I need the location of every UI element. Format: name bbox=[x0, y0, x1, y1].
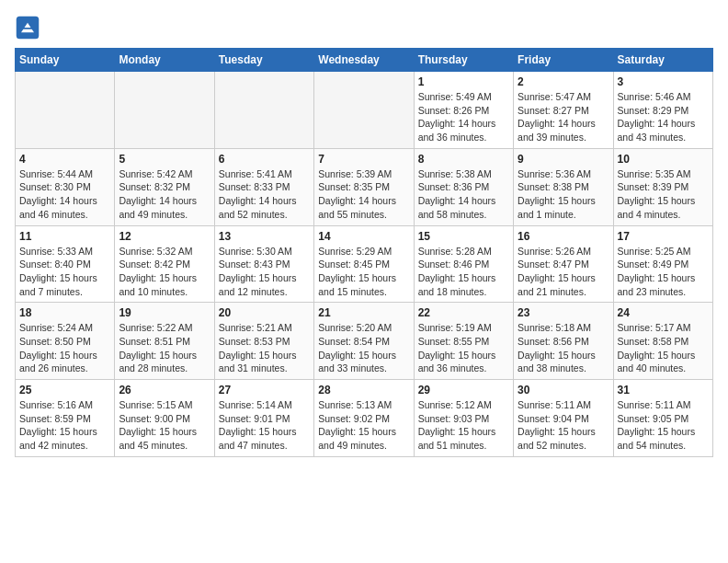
calendar-cell: 20Sunrise: 5:21 AMSunset: 8:53 PMDayligh… bbox=[214, 303, 313, 380]
calendar-cell: 13Sunrise: 5:30 AMSunset: 8:43 PMDayligh… bbox=[214, 225, 313, 303]
calendar-header-row: SundayMondayTuesdayWednesdayThursdayFrid… bbox=[16, 49, 713, 72]
day-info: Sunrise: 5:41 AMSunset: 8:33 PMDaylight:… bbox=[219, 167, 310, 222]
day-number: 16 bbox=[518, 230, 609, 243]
day-number: 11 bbox=[19, 230, 110, 243]
calendar-cell: 31Sunrise: 5:11 AMSunset: 9:05 PMDayligh… bbox=[613, 380, 712, 457]
day-info: Sunrise: 5:36 AMSunset: 8:38 PMDaylight:… bbox=[518, 167, 609, 222]
calendar-cell: 21Sunrise: 5:20 AMSunset: 8:54 PMDayligh… bbox=[314, 303, 414, 380]
calendar-cell: 27Sunrise: 5:14 AMSunset: 9:01 PMDayligh… bbox=[214, 380, 313, 457]
day-info: Sunrise: 5:17 AMSunset: 8:58 PMDaylight:… bbox=[618, 321, 709, 375]
day-number: 25 bbox=[19, 384, 110, 396]
day-info: Sunrise: 5:32 AMSunset: 8:42 PMDaylight:… bbox=[119, 245, 210, 299]
calendar-cell bbox=[16, 72, 115, 149]
calendar-cell: 4Sunrise: 5:44 AMSunset: 8:30 PMDaylight… bbox=[16, 148, 115, 225]
day-info: Sunrise: 5:28 AMSunset: 8:46 PMDaylight:… bbox=[418, 245, 509, 299]
day-number: 12 bbox=[119, 230, 210, 243]
day-info: Sunrise: 5:33 AMSunset: 8:40 PMDaylight:… bbox=[19, 245, 110, 299]
calendar-cell: 19Sunrise: 5:22 AMSunset: 8:51 PMDayligh… bbox=[115, 303, 214, 380]
day-info: Sunrise: 5:29 AMSunset: 8:45 PMDaylight:… bbox=[318, 245, 409, 299]
calendar-cell: 25Sunrise: 5:16 AMSunset: 8:59 PMDayligh… bbox=[16, 380, 115, 457]
day-info: Sunrise: 5:35 AMSunset: 8:39 PMDaylight:… bbox=[618, 167, 709, 222]
day-info: Sunrise: 5:44 AMSunset: 8:30 PMDaylight:… bbox=[19, 167, 110, 222]
day-info: Sunrise: 5:11 AMSunset: 9:04 PMDaylight:… bbox=[518, 398, 609, 453]
day-number: 7 bbox=[318, 153, 409, 166]
day-info: Sunrise: 5:39 AMSunset: 8:35 PMDaylight:… bbox=[318, 167, 409, 222]
day-info: Sunrise: 5:42 AMSunset: 8:32 PMDaylight:… bbox=[119, 167, 210, 222]
calendar-week-2: 4Sunrise: 5:44 AMSunset: 8:30 PMDaylight… bbox=[16, 148, 713, 225]
day-number: 10 bbox=[618, 153, 709, 166]
day-info: Sunrise: 5:18 AMSunset: 8:56 PMDaylight:… bbox=[518, 321, 609, 375]
calendar-cell: 2Sunrise: 5:47 AMSunset: 8:27 PMDaylight… bbox=[514, 72, 613, 149]
calendar-week-3: 11Sunrise: 5:33 AMSunset: 8:40 PMDayligh… bbox=[16, 225, 713, 303]
calendar-cell: 17Sunrise: 5:25 AMSunset: 8:49 PMDayligh… bbox=[613, 225, 712, 303]
day-info: Sunrise: 5:11 AMSunset: 9:05 PMDaylight:… bbox=[618, 398, 709, 453]
calendar-cell: 5Sunrise: 5:42 AMSunset: 8:32 PMDaylight… bbox=[115, 148, 214, 225]
day-number: 26 bbox=[119, 384, 210, 396]
day-info: Sunrise: 5:38 AMSunset: 8:36 PMDaylight:… bbox=[418, 167, 509, 222]
svg-rect-2 bbox=[23, 28, 33, 29]
day-number: 9 bbox=[518, 153, 609, 166]
day-number: 29 bbox=[418, 384, 509, 396]
day-number: 2 bbox=[518, 75, 609, 88]
day-info: Sunrise: 5:20 AMSunset: 8:54 PMDaylight:… bbox=[318, 321, 409, 375]
calendar-cell bbox=[314, 72, 414, 149]
day-header-saturday: Saturday bbox=[613, 49, 712, 72]
day-header-sunday: Sunday bbox=[16, 49, 115, 72]
calendar-cell: 12Sunrise: 5:32 AMSunset: 8:42 PMDayligh… bbox=[115, 225, 214, 303]
day-info: Sunrise: 5:14 AMSunset: 9:01 PMDaylight:… bbox=[219, 398, 310, 453]
day-number: 3 bbox=[618, 75, 709, 88]
calendar-cell: 30Sunrise: 5:11 AMSunset: 9:04 PMDayligh… bbox=[514, 380, 613, 457]
day-number: 17 bbox=[618, 230, 709, 243]
calendar-table: SundayMondayTuesdayWednesdayThursdayFrid… bbox=[15, 48, 713, 457]
calendar-cell: 11Sunrise: 5:33 AMSunset: 8:40 PMDayligh… bbox=[16, 225, 115, 303]
day-number: 1 bbox=[418, 75, 509, 88]
calendar-cell: 1Sunrise: 5:49 AMSunset: 8:26 PMDaylight… bbox=[414, 72, 513, 149]
calendar-cell: 24Sunrise: 5:17 AMSunset: 8:58 PMDayligh… bbox=[613, 303, 712, 380]
day-number: 28 bbox=[318, 384, 409, 396]
calendar-body: 1Sunrise: 5:49 AMSunset: 8:26 PMDaylight… bbox=[16, 72, 713, 457]
calendar-week-1: 1Sunrise: 5:49 AMSunset: 8:26 PMDaylight… bbox=[16, 72, 713, 149]
day-number: 6 bbox=[219, 153, 310, 166]
day-info: Sunrise: 5:25 AMSunset: 8:49 PMDaylight:… bbox=[618, 245, 709, 299]
calendar-cell: 16Sunrise: 5:26 AMSunset: 8:47 PMDayligh… bbox=[514, 225, 613, 303]
day-info: Sunrise: 5:24 AMSunset: 8:50 PMDaylight:… bbox=[19, 321, 110, 375]
day-number: 27 bbox=[219, 384, 310, 396]
day-info: Sunrise: 5:21 AMSunset: 8:53 PMDaylight:… bbox=[219, 321, 310, 375]
day-number: 13 bbox=[219, 230, 310, 243]
calendar-cell: 3Sunrise: 5:46 AMSunset: 8:29 PMDaylight… bbox=[613, 72, 712, 149]
day-number: 21 bbox=[318, 306, 409, 319]
calendar-cell: 8Sunrise: 5:38 AMSunset: 8:36 PMDaylight… bbox=[414, 148, 513, 225]
calendar-week-4: 18Sunrise: 5:24 AMSunset: 8:50 PMDayligh… bbox=[16, 303, 713, 380]
day-header-thursday: Thursday bbox=[414, 49, 513, 72]
logo bbox=[15, 15, 44, 40]
day-number: 18 bbox=[19, 306, 110, 319]
day-info: Sunrise: 5:15 AMSunset: 9:00 PMDaylight:… bbox=[119, 398, 210, 453]
day-info: Sunrise: 5:46 AMSunset: 8:29 PMDaylight:… bbox=[618, 90, 709, 144]
day-number: 15 bbox=[418, 230, 509, 243]
calendar-header bbox=[15, 15, 713, 40]
calendar-cell: 26Sunrise: 5:15 AMSunset: 9:00 PMDayligh… bbox=[115, 380, 214, 457]
day-header-friday: Friday bbox=[514, 49, 613, 72]
day-number: 23 bbox=[518, 306, 609, 319]
day-number: 20 bbox=[219, 306, 310, 319]
calendar-cell: 14Sunrise: 5:29 AMSunset: 8:45 PMDayligh… bbox=[314, 225, 414, 303]
day-info: Sunrise: 5:12 AMSunset: 9:03 PMDaylight:… bbox=[418, 398, 509, 453]
day-header-monday: Monday bbox=[115, 49, 214, 72]
day-info: Sunrise: 5:19 AMSunset: 8:55 PMDaylight:… bbox=[418, 321, 509, 375]
day-info: Sunrise: 5:16 AMSunset: 8:59 PMDaylight:… bbox=[19, 398, 110, 453]
calendar-cell: 29Sunrise: 5:12 AMSunset: 9:03 PMDayligh… bbox=[414, 380, 513, 457]
day-number: 14 bbox=[318, 230, 409, 243]
day-number: 22 bbox=[418, 306, 509, 319]
calendar-cell: 18Sunrise: 5:24 AMSunset: 8:50 PMDayligh… bbox=[16, 303, 115, 380]
calendar-cell bbox=[115, 72, 214, 149]
day-info: Sunrise: 5:26 AMSunset: 8:47 PMDaylight:… bbox=[518, 245, 609, 299]
day-number: 30 bbox=[518, 384, 609, 396]
day-number: 8 bbox=[418, 153, 509, 166]
calendar-cell: 7Sunrise: 5:39 AMSunset: 8:35 PMDaylight… bbox=[314, 148, 414, 225]
calendar-cell: 23Sunrise: 5:18 AMSunset: 8:56 PMDayligh… bbox=[514, 303, 613, 380]
day-number: 24 bbox=[618, 306, 709, 319]
day-header-tuesday: Tuesday bbox=[214, 49, 313, 72]
calendar-cell: 15Sunrise: 5:28 AMSunset: 8:46 PMDayligh… bbox=[414, 225, 513, 303]
calendar-cell bbox=[214, 72, 313, 149]
day-info: Sunrise: 5:22 AMSunset: 8:51 PMDaylight:… bbox=[119, 321, 210, 375]
